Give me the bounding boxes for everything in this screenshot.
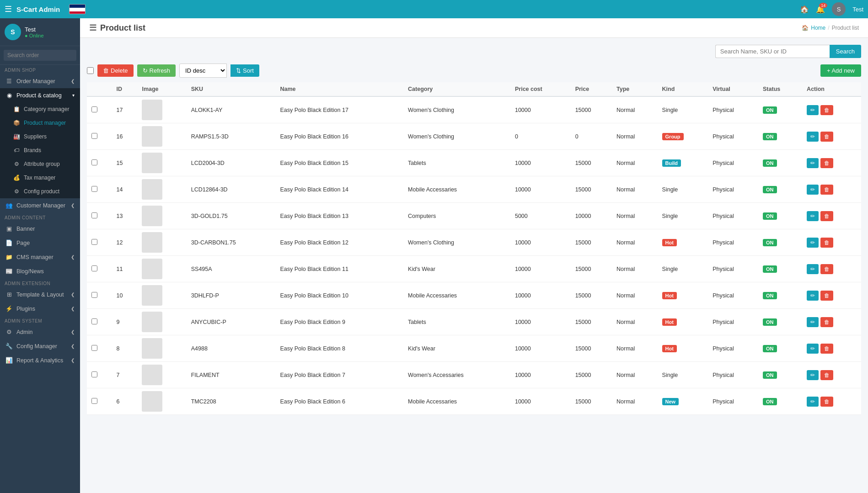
row-checkbox[interactable] [91,186,97,192]
edit-button[interactable]: ✏ [807,397,819,407]
row-delete-button[interactable]: 🗑 [820,291,833,301]
row-delete-button[interactable]: 🗑 [820,370,833,380]
sidebar-item-product-manager[interactable]: 📦 Product manager [0,116,80,130]
status-badge[interactable]: ON [763,186,777,193]
row-delete-button[interactable]: 🗑 [820,105,833,115]
sort-button[interactable]: ⇅ Sort [230,64,259,77]
row-status: ON [758,96,802,123]
status-badge[interactable]: ON [763,106,777,114]
row-kind: Single [658,362,708,388]
edit-button[interactable]: ✏ [807,264,819,274]
sidebar-item-cms-manager[interactable]: 📁 CMS manager ❮ [0,250,80,264]
row-checkbox[interactable] [91,239,97,245]
row-price: 15000 [571,150,612,176]
edit-button[interactable]: ✏ [807,317,819,327]
user-name-label: Test [852,6,863,13]
status-badge[interactable]: ON [763,345,777,352]
row-checkbox[interactable] [91,398,97,404]
row-delete-button[interactable]: 🗑 [820,397,833,407]
product-search-input[interactable] [715,45,830,58]
row-checkbox[interactable] [91,345,97,351]
edit-button[interactable]: ✏ [807,370,819,380]
status-badge[interactable]: ON [763,159,777,167]
edit-button[interactable]: ✏ [807,158,819,168]
status-badge[interactable]: ON [763,371,777,379]
status-badge[interactable]: ON [763,133,777,140]
sidebar-item-tax-manager[interactable]: 💰 Tax manager [0,171,80,185]
row-delete-button[interactable]: 🗑 [820,344,833,354]
row-checkbox[interactable] [91,292,97,298]
status-badge[interactable]: ON [763,265,777,273]
status-badge[interactable]: ON [763,292,777,299]
breadcrumb-home-link[interactable]: Home [811,25,825,31]
home-icon[interactable]: 🏠 [800,5,809,14]
edit-button[interactable]: ✏ [807,211,819,221]
sidebar-item-attribute-group[interactable]: ⚙ Attribute group [0,157,80,171]
edit-button[interactable]: ✏ [807,291,819,301]
table-row: 11SS495AEasy Polo Black Edition 11Kid's … [87,256,861,282]
status-badge[interactable]: ON [763,212,777,220]
notification-icon[interactable]: 🔔 14 [816,5,825,14]
row-delete-button[interactable]: 🗑 [820,158,833,168]
sidebar-label-banner: Banner [16,226,75,232]
sidebar-item-admin[interactable]: ⚙ Admin ❮ [0,325,80,339]
hamburger-icon[interactable]: ☰ [5,4,12,14]
row-checkbox[interactable] [91,371,97,377]
sidebar-item-suppliers[interactable]: 🏭 Suppliers [0,130,80,143]
language-selector[interactable] [69,4,86,14]
row-checkbox[interactable] [91,318,97,324]
row-delete-button[interactable]: 🗑 [820,132,833,142]
row-price: 10000 [571,203,612,229]
row-delete-button[interactable]: 🗑 [820,264,833,274]
row-delete-button[interactable]: 🗑 [820,317,833,327]
select-all-checkbox[interactable] [87,67,94,74]
sidebar-item-banner[interactable]: ▣ Banner [0,222,80,236]
edit-button[interactable]: ✏ [807,105,819,115]
row-kind: New [658,388,708,415]
row-delete-button[interactable]: 🗑 [820,238,833,248]
action-buttons: ✏ 🗑 [807,291,857,301]
row-checkbox[interactable] [91,133,97,139]
sidebar-label-suppliers: Suppliers [24,133,75,140]
status-badge[interactable]: ON [763,239,777,246]
sidebar-item-page[interactable]: 📄 Page [0,236,80,250]
col-name: Name [275,82,403,96]
sidebar-search-box [0,46,80,65]
sidebar-item-report-analytics[interactable]: 📊 Report & Analytics ❮ [0,353,80,367]
row-category: Mobile Accessaries [403,388,510,415]
sidebar-item-blog-news[interactable]: 📰 Blog/News [0,264,80,278]
search-order-input[interactable] [4,50,76,61]
sidebar-item-product-catalog[interactable]: ◉ Product & catalog ▾ [0,88,80,102]
edit-button[interactable]: ✏ [807,238,819,248]
sort-select[interactable]: ID desc ID asc Name asc Name desc [179,64,227,78]
edit-button[interactable]: ✏ [807,185,819,195]
sidebar-item-order-manager[interactable]: ☰ Order Manager ❮ [0,74,80,88]
row-delete-button[interactable]: 🗑 [820,185,833,195]
sidebar-item-template-layout[interactable]: ⊞ Template & Layout ❮ [0,287,80,302]
table-row: 7FILAMENTEasy Polo Black Edition 7Women'… [87,362,861,388]
add-new-button[interactable]: + Add new [820,64,861,77]
search-button[interactable]: Search [830,45,861,58]
sidebar-item-brands[interactable]: 🏷 Brands [0,143,80,157]
sidebar-item-config-manager[interactable]: 🔧 Config Manager ❮ [0,339,80,353]
row-checkbox[interactable] [91,106,97,112]
sidebar-item-plugins[interactable]: ⚡ Plugins ❮ [0,302,80,316]
refresh-button[interactable]: ↻ Refresh [137,64,176,77]
sidebar-item-category-manager[interactable]: 📋 Category manager [0,102,80,116]
table-row: 103DHLFD-PEasy Polo Black Edition 10Mobi… [87,282,861,309]
row-delete-button[interactable]: 🗑 [820,211,833,221]
delete-button[interactable]: 🗑 Delete [97,64,134,77]
product-manager-icon: 📦 [13,120,20,126]
sidebar-item-config-product[interactable]: ⚙ Config product [0,185,80,198]
status-badge[interactable]: ON [763,398,777,405]
row-checkbox[interactable] [91,159,97,165]
edit-button[interactable]: ✏ [807,344,819,354]
row-price-cost: 0 [510,123,571,150]
status-badge[interactable]: ON [763,318,777,326]
edit-button[interactable]: ✏ [807,132,819,142]
sidebar-item-customer-manager[interactable]: 👥 Customer Manager ❮ [0,198,80,212]
row-checkbox[interactable] [91,265,97,271]
row-checkbox[interactable] [91,212,97,218]
table-row: 16RAMPS1.5-3DEasy Polo Black Edition 16W… [87,123,861,150]
avatar[interactable]: S [832,2,846,16]
